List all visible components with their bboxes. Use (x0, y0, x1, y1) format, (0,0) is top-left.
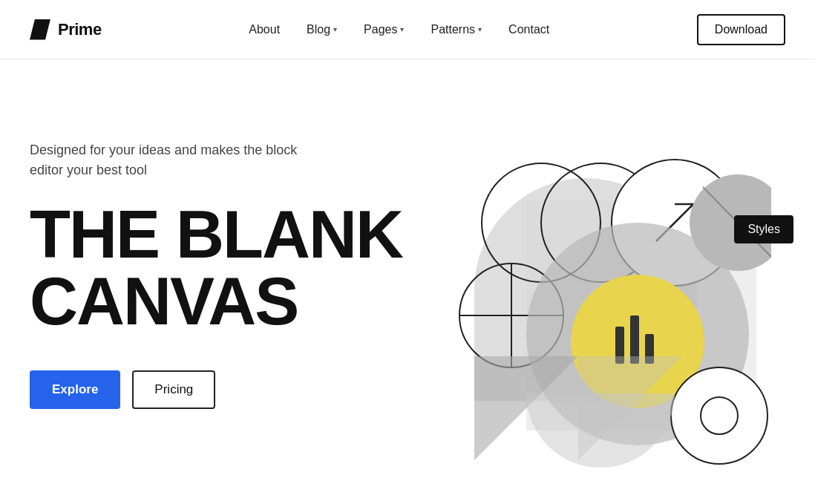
hero-buttons: Explore Pricing (30, 370, 416, 409)
hero-geo-svg (430, 96, 771, 468)
logo-text: Prime (58, 20, 102, 39)
pricing-button[interactable]: Pricing (132, 370, 215, 409)
logo-icon (30, 19, 50, 40)
explore-button[interactable]: Explore (30, 370, 120, 409)
navbar: Prime About Blog ▾ Pages ▾ Patterns ▾ Co… (0, 0, 815, 59)
hero-title: THE BLANK CANVAS (30, 201, 416, 335)
nav-item-pages[interactable]: Pages ▾ (364, 23, 404, 36)
svg-point-15 (671, 367, 767, 464)
nav-item-about[interactable]: About (249, 23, 280, 36)
nav-item-patterns[interactable]: Patterns ▾ (431, 23, 482, 36)
hero-subtitle: Designed for your ideas and makes the bl… (30, 140, 327, 180)
chevron-down-icon: ▾ (400, 25, 404, 33)
logo[interactable]: Prime (30, 19, 102, 40)
nav-item-blog[interactable]: Blog ▾ (307, 23, 337, 36)
hero-illustration: Styles (416, 59, 785, 504)
styles-badge[interactable]: Styles (734, 215, 793, 243)
hero-section: Designed for your ideas and makes the bl… (0, 59, 815, 504)
nav-links: About Blog ▾ Pages ▾ Patterns ▾ Contact (249, 23, 549, 36)
download-button[interactable]: Download (697, 14, 785, 45)
hero-content: Designed for your ideas and makes the bl… (30, 59, 416, 504)
nav-item-contact[interactable]: Contact (508, 23, 549, 36)
hero-title-line1: THE BLANK (30, 197, 402, 272)
hero-title-line2: CANVAS (30, 264, 298, 338)
chevron-down-icon: ▾ (333, 25, 337, 33)
geo-container: Styles (430, 96, 771, 468)
chevron-down-icon: ▾ (478, 25, 482, 33)
